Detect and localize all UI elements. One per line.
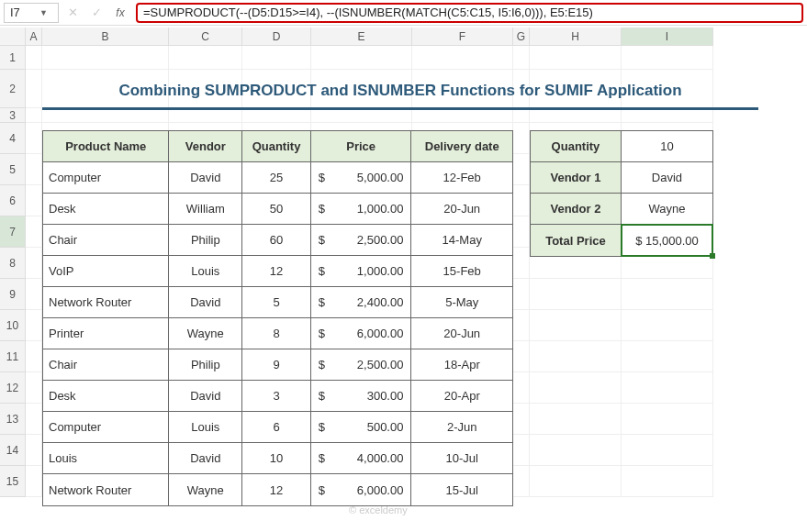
cell-delivery[interactable]: 15-Jul: [411, 474, 512, 505]
cell-quantity[interactable]: 12: [242, 474, 311, 505]
cell-price[interactable]: $2,500.00: [311, 349, 412, 381]
cell-vendor[interactable]: Philip: [169, 349, 242, 381]
cell-delivery[interactable]: 2-Jun: [411, 412, 512, 443]
cell-quantity[interactable]: 50: [242, 194, 311, 225]
cell-product[interactable]: Network Router: [43, 474, 169, 505]
cell[interactable]: [513, 154, 530, 185]
cell[interactable]: [311, 108, 412, 123]
cell[interactable]: [42, 108, 169, 123]
cell[interactable]: [513, 310, 530, 341]
cell[interactable]: [26, 341, 42, 372]
cell-product[interactable]: Chair: [43, 225, 169, 256]
cell-vendor[interactable]: William: [169, 194, 242, 225]
cell-price[interactable]: $2,500.00: [311, 225, 412, 256]
cell-quantity[interactable]: 25: [242, 162, 311, 194]
col-header[interactable]: C: [169, 28, 242, 46]
cell-delivery[interactable]: 20-Jun: [411, 318, 512, 349]
cell[interactable]: [530, 341, 622, 372]
cell[interactable]: [26, 123, 42, 154]
formula-input[interactable]: =SUMPRODUCT(--(D5:D15>=I4), --(ISNUMBER(…: [136, 3, 803, 23]
cell[interactable]: [169, 108, 242, 123]
select-all-corner[interactable]: [0, 28, 26, 46]
cell-price[interactable]: $500.00: [311, 412, 412, 443]
cell-vendor[interactable]: David: [169, 287, 242, 318]
fx-icon[interactable]: fx: [110, 3, 130, 23]
cell[interactable]: [530, 108, 622, 123]
col-header[interactable]: B: [42, 28, 169, 46]
cell-price[interactable]: $1,000.00: [311, 256, 412, 287]
cell-product[interactable]: Chair: [43, 349, 169, 381]
cell[interactable]: [513, 341, 530, 372]
col-header[interactable]: D: [242, 28, 311, 46]
cell-product[interactable]: Computer: [43, 412, 169, 443]
cell-vendor[interactable]: David: [169, 443, 242, 474]
cell[interactable]: [530, 435, 622, 466]
cell-quantity[interactable]: 5: [242, 287, 311, 318]
cell-quantity[interactable]: 3: [242, 381, 311, 412]
cell[interactable]: [622, 372, 713, 404]
cell[interactable]: [530, 404, 622, 435]
cell[interactable]: [513, 108, 530, 123]
cell-vendor[interactable]: Philip: [169, 225, 242, 256]
chevron-down-icon[interactable]: ▼: [39, 8, 52, 17]
row-header[interactable]: 15: [0, 466, 26, 497]
cell[interactable]: [513, 216, 530, 248]
cell-product[interactable]: Desk: [43, 194, 169, 225]
cell[interactable]: [530, 466, 622, 497]
cell[interactable]: [622, 341, 713, 372]
cell[interactable]: [513, 185, 530, 216]
cell[interactable]: [513, 404, 530, 435]
col-header[interactable]: G: [513, 28, 530, 46]
cell-quantity[interactable]: 9: [242, 349, 311, 381]
cell-vendor[interactable]: Wayne: [169, 474, 242, 505]
cell[interactable]: [412, 46, 513, 70]
cell-vendor[interactable]: Louis: [169, 256, 242, 287]
cell[interactable]: [26, 70, 42, 108]
row-header[interactable]: 6: [0, 185, 26, 216]
name-box[interactable]: I7 ▼: [4, 3, 59, 23]
cell[interactable]: [26, 108, 42, 123]
cell[interactable]: [622, 108, 713, 123]
cell[interactable]: [622, 310, 713, 341]
cell-delivery[interactable]: 14-May: [411, 225, 512, 256]
cell-price[interactable]: $2,400.00: [311, 287, 412, 318]
row-header[interactable]: 9: [0, 279, 26, 310]
cell-price[interactable]: $4,000.00: [311, 443, 412, 474]
cell[interactable]: [242, 46, 311, 70]
cell-delivery[interactable]: 12-Feb: [411, 162, 512, 194]
row-header[interactable]: 3: [0, 108, 26, 123]
cell[interactable]: [513, 372, 530, 404]
cell-price[interactable]: $6,000.00: [311, 318, 412, 349]
row-header[interactable]: 13: [0, 404, 26, 435]
cell[interactable]: [513, 46, 530, 70]
cell[interactable]: [622, 404, 713, 435]
cell[interactable]: [42, 46, 169, 70]
cell-product[interactable]: Louis: [43, 443, 169, 474]
cell-price[interactable]: $6,000.00: [311, 474, 412, 505]
cell[interactable]: [513, 466, 530, 497]
row-header[interactable]: 14: [0, 435, 26, 466]
cell-product[interactable]: Computer: [43, 162, 169, 194]
cell[interactable]: [513, 123, 530, 154]
cell[interactable]: [26, 279, 42, 310]
cell[interactable]: [530, 310, 622, 341]
row-header[interactable]: 10: [0, 310, 26, 341]
cancel-icon[interactable]: ✕: [62, 3, 83, 23]
cell-vendor[interactable]: David: [169, 162, 242, 194]
col-header[interactable]: E: [311, 28, 412, 46]
side-value[interactable]: $ 15,000.00: [622, 225, 712, 256]
row-header[interactable]: 4: [0, 123, 26, 154]
row-header[interactable]: 8: [0, 248, 26, 279]
cell-delivery[interactable]: 20-Apr: [411, 381, 512, 412]
col-header[interactable]: A: [26, 28, 42, 46]
cell[interactable]: [169, 46, 242, 70]
col-header[interactable]: H: [530, 28, 622, 46]
cell[interactable]: [26, 46, 42, 70]
cell[interactable]: [26, 310, 42, 341]
cell[interactable]: [622, 279, 713, 310]
cell[interactable]: [26, 248, 42, 279]
side-value[interactable]: 10: [622, 131, 712, 162]
cell-product[interactable]: Printer: [43, 318, 169, 349]
row-header[interactable]: 2: [0, 70, 26, 108]
cell[interactable]: [242, 108, 311, 123]
